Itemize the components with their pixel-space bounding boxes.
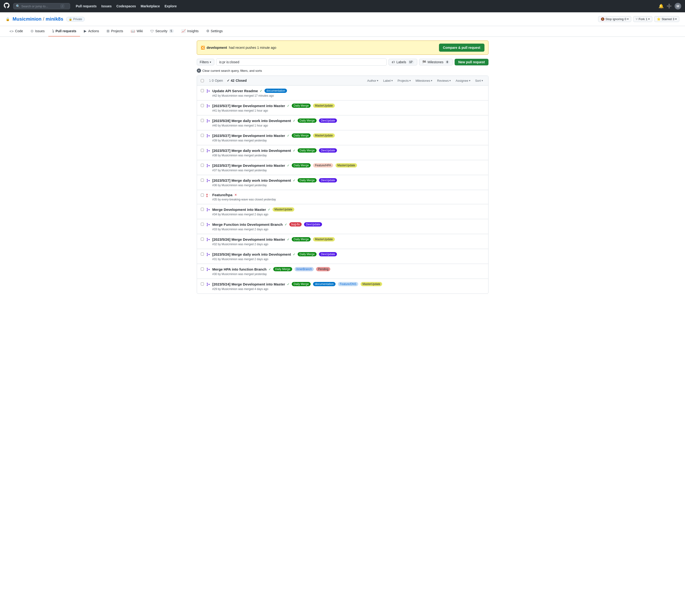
check-mark-icon: ✓ bbox=[293, 179, 296, 182]
label-inner-branch[interactable]: InnerBranch bbox=[295, 267, 314, 271]
issues-nav-link[interactable]: Issues bbox=[99, 3, 114, 9]
pr-title[interactable]: [2023/5/26] Merge daily work into Develo… bbox=[212, 252, 291, 256]
pr-title[interactable]: Update API Server Readme bbox=[212, 89, 258, 93]
milestones-dropdown[interactable]: Milestones ▾ bbox=[414, 79, 434, 83]
milestones-button[interactable]: 🏁 Milestones 0 bbox=[419, 59, 453, 65]
tab-issues[interactable]: ⊙ Issues bbox=[27, 26, 48, 37]
clear-filter[interactable]: ✕ Clear current search query, filters, a… bbox=[197, 68, 488, 73]
row-checkbox[interactable] bbox=[201, 119, 204, 122]
label-daily-merge[interactable]: Daily Merge bbox=[273, 267, 292, 271]
explore-nav-link[interactable]: Explore bbox=[163, 3, 179, 9]
author-dropdown[interactable]: Author ▾ bbox=[366, 79, 380, 83]
row-checkbox[interactable] bbox=[201, 252, 204, 256]
projects-dropdown[interactable]: Projects ▾ bbox=[396, 79, 412, 83]
pr-title[interactable]: [2023/5/27] Merge Development into Maste… bbox=[212, 104, 285, 108]
label-bug-fix[interactable]: bug-fix bbox=[289, 222, 302, 226]
repo-link[interactable]: minik8s bbox=[46, 16, 63, 22]
pr-title[interactable]: [2023/5/24] Merge Development into Maste… bbox=[212, 282, 285, 286]
label-master-update[interactable]: MasterUpdate bbox=[273, 207, 294, 212]
label-pending[interactable]: Pending bbox=[316, 267, 330, 271]
label-daily-merge[interactable]: Daily Merge bbox=[292, 163, 311, 168]
label-daily-merge[interactable]: Daily Merge bbox=[298, 118, 317, 123]
label-daily-merge[interactable]: Daily Merge bbox=[298, 148, 317, 153]
pr-search-input[interactable] bbox=[216, 59, 387, 66]
plus-icon[interactable]: ➕ bbox=[666, 3, 672, 9]
tab-pull-requests[interactable]: ⤵ Pull requests bbox=[48, 26, 80, 37]
tab-security[interactable]: 🛡 Security 5 bbox=[146, 26, 177, 37]
tab-insights[interactable]: 📈 Insights bbox=[178, 26, 202, 37]
label-daily-merge[interactable]: Daily Merge bbox=[298, 178, 317, 182]
row-checkbox[interactable] bbox=[201, 267, 204, 270]
row-checkbox[interactable] bbox=[201, 208, 204, 211]
pr-title[interactable]: [2023/5/26] Merge Development into Maste… bbox=[212, 237, 285, 241]
open-tab[interactable]: ⤵ 0 Open bbox=[209, 78, 223, 83]
tab-code[interactable]: <> Code bbox=[6, 26, 27, 37]
row-checkbox[interactable] bbox=[201, 223, 204, 226]
pr-title[interactable]: [2023/5/27] Merge Development into Maste… bbox=[212, 163, 285, 168]
row-checkbox[interactable] bbox=[201, 89, 204, 92]
label-master-update[interactable]: MasterUpdate bbox=[336, 163, 357, 168]
search-input[interactable] bbox=[21, 4, 59, 8]
label-dev-update[interactable]: DevUpdate bbox=[319, 252, 337, 256]
label-dev-update[interactable]: DevUpdate bbox=[319, 148, 337, 153]
tab-settings[interactable]: ⚙ Settings bbox=[202, 26, 227, 37]
label-dev-update[interactable]: DevUpdate bbox=[319, 178, 337, 182]
closed-tab[interactable]: ✓ 42 Closed bbox=[227, 78, 247, 83]
pr-title[interactable]: [2023/5/28] Merge daily work into Develo… bbox=[212, 119, 291, 123]
row-checkbox[interactable] bbox=[201, 179, 204, 182]
org-link[interactable]: Musicminion bbox=[13, 16, 41, 22]
label-daily-merge[interactable]: Daily Merge bbox=[292, 133, 311, 138]
label-daily-merge[interactable]: Daily Merge bbox=[292, 282, 311, 286]
row-checkbox[interactable] bbox=[201, 282, 204, 286]
label-master-update[interactable]: MasterUpdate bbox=[361, 282, 382, 286]
pr-title[interactable]: [2023/5/27] Merge daily work into Develo… bbox=[212, 178, 291, 182]
assignee-dropdown[interactable]: Assignee ▾ bbox=[454, 79, 472, 83]
new-pull-request-button[interactable]: New pull request bbox=[455, 59, 488, 65]
label-feature-dns[interactable]: Feature/DNS bbox=[338, 282, 358, 286]
labels-button[interactable]: 🏷 Labels 17 bbox=[389, 59, 417, 65]
pr-title[interactable]: Merge Function into Development Branch bbox=[212, 222, 283, 226]
pr-title[interactable]: [2023/5/27] Merge daily work into Develo… bbox=[212, 149, 291, 153]
pr-title[interactable]: Merge HPA into function Branch bbox=[212, 267, 267, 271]
avatar[interactable]: M bbox=[675, 3, 681, 9]
sort-dropdown[interactable]: Sort ▾ bbox=[474, 79, 484, 83]
row-checkbox[interactable] bbox=[201, 238, 204, 241]
compare-pull-request-button[interactable]: Compare & pull request bbox=[439, 44, 484, 52]
label-daily-merge[interactable]: Daily Merge bbox=[298, 252, 317, 256]
codespaces-nav-link[interactable]: Codespaces bbox=[115, 3, 138, 9]
github-logo-icon[interactable] bbox=[4, 3, 9, 10]
label-daily-merge[interactable]: Daily Merge bbox=[292, 104, 311, 108]
stop-ignoring-button[interactable]: 🔕 Stop ignoring 0 ▾ bbox=[598, 16, 631, 22]
fork-button[interactable]: ⑂ Fork 1 ▾ bbox=[633, 16, 652, 22]
tab-actions[interactable]: ▶ Actions bbox=[80, 26, 103, 37]
label-master-update[interactable]: MasterUpdate bbox=[313, 237, 335, 241]
label-daily-merge[interactable]: Daily Merge bbox=[292, 237, 311, 241]
star-icon: ⭐ bbox=[657, 17, 661, 21]
pr-title[interactable]: Feature/hpa bbox=[212, 193, 232, 197]
label-dev-update[interactable]: DevUpdate bbox=[319, 118, 337, 123]
reviews-dropdown[interactable]: Reviews ▾ bbox=[436, 79, 452, 83]
filters-dropdown[interactable]: Filters ▾ bbox=[197, 59, 214, 65]
star-button[interactable]: ⭐ Starred 3 ▾ bbox=[654, 16, 679, 22]
search-bar[interactable]: 🔍 / bbox=[13, 3, 70, 9]
select-all-checkbox[interactable] bbox=[201, 79, 204, 82]
marketplace-nav-link[interactable]: Marketplace bbox=[139, 3, 162, 9]
pr-title[interactable]: [2023/5/27] Merge Development into Maste… bbox=[212, 134, 285, 138]
bell-icon[interactable]: 🔔 bbox=[659, 3, 664, 9]
row-checkbox[interactable] bbox=[201, 194, 204, 197]
label-dropdown[interactable]: Label ▾ bbox=[382, 79, 394, 83]
row-checkbox[interactable] bbox=[201, 149, 204, 152]
row-checkbox[interactable] bbox=[201, 104, 204, 107]
tab-projects[interactable]: ⊞ Projects bbox=[103, 26, 127, 37]
label-dev-update[interactable]: DevUpdate bbox=[304, 222, 322, 226]
tab-wiki[interactable]: 📖 Wiki bbox=[127, 26, 146, 37]
pullrequests-nav-link[interactable]: Pull requests bbox=[74, 3, 98, 9]
label-documentation[interactable]: documentation bbox=[313, 282, 336, 286]
row-checkbox[interactable] bbox=[201, 134, 204, 137]
row-checkbox[interactable] bbox=[201, 164, 204, 167]
label-documentation[interactable]: documentation bbox=[265, 89, 287, 93]
label-master-update[interactable]: MasterUpdate bbox=[313, 133, 335, 138]
label-feature-hpa[interactable]: Feature/HPA bbox=[313, 163, 333, 168]
pr-title[interactable]: Merge Development into Master bbox=[212, 207, 266, 212]
label-master-update[interactable]: MasterUpdate bbox=[313, 104, 335, 108]
